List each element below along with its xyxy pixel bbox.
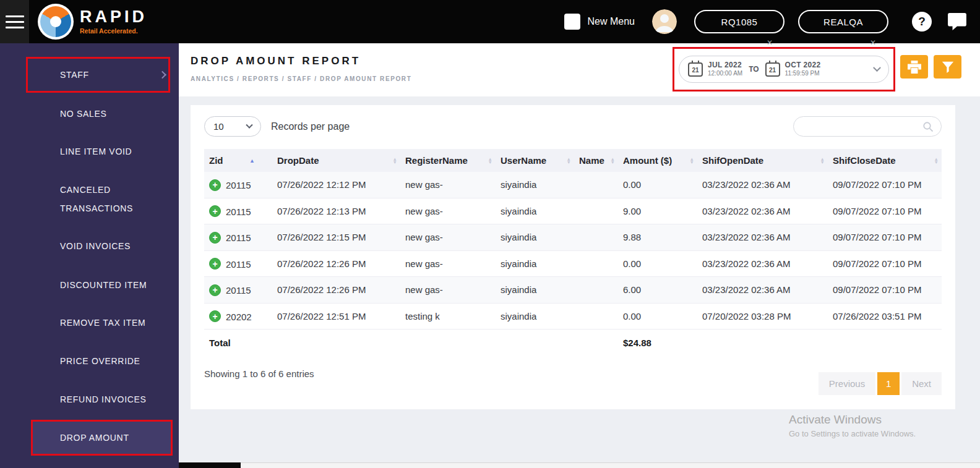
hamburger-menu-icon[interactable]	[0, 0, 29, 43]
expand-row-icon[interactable]: +	[209, 205, 221, 217]
expand-row-icon[interactable]: +	[209, 232, 221, 244]
help-button[interactable]: ?	[912, 12, 932, 32]
cell-shifclosedate: 09/07/2022 07:10 PM	[828, 198, 942, 224]
page-title: DROP AMOUNT REPORT	[191, 55, 361, 67]
pagination: Previous 1 Next	[817, 372, 942, 395]
column-header-shifopendate[interactable]: ShifOpenDate ▲▼	[697, 149, 828, 172]
dropdown-clear-icon[interactable]: ✕	[870, 38, 876, 47]
cell-zid: +20115	[204, 250, 272, 277]
cell-username: siyaindia	[496, 277, 574, 304]
expand-row-icon[interactable]: +	[209, 284, 221, 296]
cell-dropdate: 07/26/2022 12:26 PM	[272, 277, 400, 304]
column-header-name[interactable]: Name ▲▼	[574, 149, 618, 172]
column-header-registername[interactable]: RegisterName ▲▼	[400, 149, 496, 172]
sidebar-item-no-sales[interactable]: NO SALES	[0, 96, 179, 132]
cell-shifopendate: 03/23/2022 02:36 AM	[697, 250, 828, 277]
cell-zid: +20115	[204, 277, 272, 304]
cell-name	[574, 250, 618, 277]
column-header-zid[interactable]: Zid ▲	[204, 149, 272, 172]
person-icon	[652, 9, 677, 34]
cell-registername: new gas-	[400, 250, 496, 277]
funnel-icon	[942, 61, 954, 73]
sort-icon: ▲▼	[690, 157, 694, 164]
date-range-picker[interactable]: 21 JUL 2022 12:00:00 AM TO 21 OCT 2022 1…	[679, 56, 889, 83]
table-row: +20202 07/26/2022 12:51 PM testing k siy…	[204, 303, 942, 330]
cell-shifopendate: 03/23/2022 02:36 AM	[697, 198, 828, 224]
cell-username: siyaindia	[496, 224, 574, 251]
search-input[interactable]	[801, 122, 922, 132]
chevron-down-icon	[246, 121, 252, 128]
sort-icon: ▲▼	[393, 157, 397, 164]
cell-registername: testing k	[400, 303, 496, 330]
cell-username: siyaindia	[496, 172, 574, 198]
cell-name	[574, 277, 618, 304]
register-pill[interactable]: RQ1085	[694, 10, 784, 33]
chat-button[interactable]	[948, 13, 966, 30]
dropdown-clear-icon[interactable]: ✕	[767, 38, 773, 47]
filter-button[interactable]	[934, 55, 961, 79]
column-header-dropdate[interactable]: DropDate ▲▼	[272, 149, 400, 172]
chat-bubble-icon	[948, 13, 966, 30]
column-header-username[interactable]: UserName ▲▼	[496, 149, 574, 172]
cell-username: siyaindia	[496, 198, 574, 224]
sidebar-item-price-override[interactable]: PRICE OVERRIDE	[0, 343, 179, 379]
sidebar-item-label: VOID INVOICES	[60, 237, 131, 255]
sidebar-item-discounted-item[interactable]: DISCOUNTED ITEM	[0, 267, 179, 303]
sidebar-item-refund-invoices[interactable]: REFUND INVOICES	[0, 381, 179, 417]
sidebar-item-drop-amount[interactable]: DROP AMOUNT	[0, 420, 179, 456]
table-row: +20115 07/26/2022 12:12 PM new gas- siya…	[204, 172, 942, 198]
sidebar-item-label: REFUND INVOICES	[60, 390, 147, 409]
calendar-icon: 21	[765, 62, 780, 77]
cell-shifclosedate: 07/26/2022 03:51 PM	[828, 303, 942, 330]
print-button[interactable]	[900, 55, 928, 79]
search-icon	[922, 121, 934, 132]
sidebar-item-label: LINE ITEM VOID	[60, 142, 132, 161]
sort-icon: ▲▼	[567, 157, 571, 164]
cell-zid: +20115	[204, 198, 272, 224]
sort-icon: ▲▼	[820, 157, 825, 164]
user-avatar[interactable]	[652, 9, 677, 34]
column-header-amount[interactable]: Amount ($) ▲▼	[618, 149, 697, 172]
cell-shifclosedate: 09/07/2022 07:10 PM	[828, 250, 942, 277]
records-per-page-label: Records per page	[271, 121, 350, 132]
cell-registername: new gas-	[400, 172, 496, 198]
date-to-month: OCT 2022	[785, 61, 821, 70]
cell-name	[574, 172, 618, 198]
next-page-button[interactable]: Next	[901, 372, 942, 395]
sidebar-item-line-item-void[interactable]: LINE ITEM VOID	[0, 134, 179, 169]
cell-shifclosedate: 09/07/2022 07:10 PM	[828, 224, 942, 251]
sidebar-item-label: NO SALES	[60, 104, 107, 123]
new-menu-checkbox[interactable]	[564, 14, 580, 30]
store-pill[interactable]: REALQA	[798, 10, 888, 33]
date-from-time: 12:00:00 AM	[708, 70, 742, 77]
sidebar-item-remove-tax-item[interactable]: REMOVE TAX ITEM	[0, 305, 179, 341]
sort-icon: ▲▼	[934, 157, 939, 164]
records-per-page-select[interactable]: 10	[204, 116, 261, 137]
column-header-shifclosedate[interactable]: ShifCloseDate ▲▼	[828, 149, 942, 172]
sidebar-item-void-invoices[interactable]: VOID INVOICES	[0, 228, 179, 264]
expand-row-icon[interactable]: +	[209, 310, 221, 322]
sidebar-item-staff[interactable]: STAFF	[0, 57, 179, 93]
brand-name: RAPID	[80, 9, 147, 25]
breadcrumb[interactable]: ANALYTICS / REPORTS / STAFF / DROP AMOUN…	[191, 75, 411, 82]
cell-name	[574, 303, 618, 330]
sidebar-item-canceled-transactions[interactable]: CANCELED TRANSACTIONS	[0, 171, 179, 228]
empty-cell	[574, 330, 618, 357]
cell-zid: +20115	[204, 172, 272, 198]
expand-row-icon[interactable]: +	[209, 179, 221, 191]
brand: RAPID Retail Accelerated.	[80, 9, 147, 35]
sidebar-item-label: STAFF	[60, 66, 89, 84]
cell-registername: new gas-	[400, 224, 496, 251]
previous-page-button[interactable]: Previous	[819, 372, 875, 395]
total-amount: $24.88	[618, 330, 697, 357]
cell-dropdate: 07/26/2022 12:51 PM	[272, 303, 400, 330]
sidebar-item-label: DISCOUNTED ITEM	[60, 276, 147, 294]
taskbar-strip	[179, 462, 980, 468]
expand-row-icon[interactable]: +	[209, 258, 221, 270]
sidebar-item-label: REMOVE TAX ITEM	[60, 313, 145, 332]
table-header-row: Zid ▲ DropDate ▲▼ RegisterName ▲▼ UserNa…	[204, 149, 942, 172]
sort-icon: ▲▼	[488, 157, 492, 164]
page-1-button[interactable]: 1	[877, 372, 900, 395]
cell-amount: 9.88	[618, 224, 697, 251]
total-label: Total	[204, 330, 272, 357]
